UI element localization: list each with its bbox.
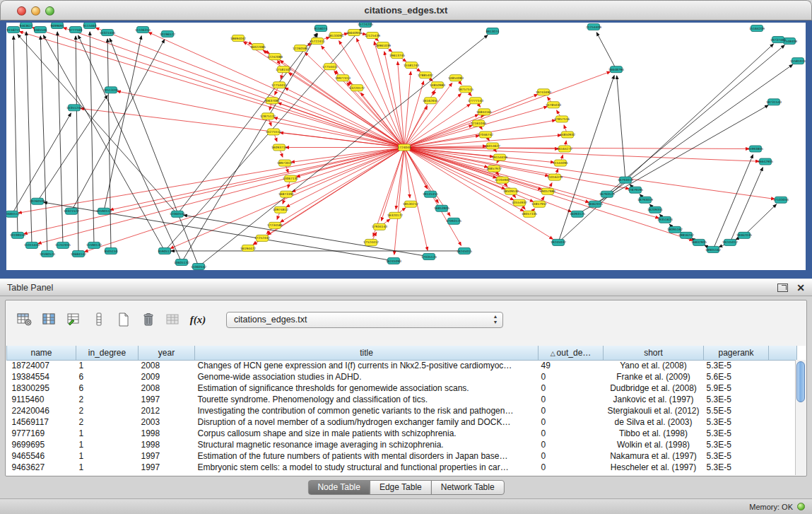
graph-node[interactable]: 18731543 — [766, 99, 782, 105]
graph-node[interactable]: 16793524 — [599, 191, 615, 197]
graph-node[interactable]: 13220172 — [349, 85, 365, 91]
graph-node[interactable]: 10590524 — [40, 250, 55, 257]
graph-node[interactable]: 17046742 — [478, 132, 493, 138]
graph-node[interactable]: 15722411 — [310, 38, 325, 45]
tab-edge-table[interactable]: Edge Table — [370, 480, 432, 495]
select-columns-button[interactable] — [40, 310, 59, 329]
column-header-year[interactable]: year — [139, 346, 195, 360]
graph-node[interactable]: 12242088 — [267, 54, 283, 60]
graph-node[interactable]: 16320172 — [387, 212, 403, 218]
graph-node[interactable]: 16832905 — [691, 239, 707, 245]
column-header-title[interactable]: title — [195, 346, 539, 360]
graph-node[interactable]: 19613745 — [389, 52, 405, 59]
close-window-button[interactable] — [17, 6, 26, 16]
graph-node[interactable]: 9463627 — [19, 23, 33, 29]
graph-node[interactable]: 18462035 — [736, 232, 752, 238]
delete-column-button[interactable] — [139, 310, 158, 329]
graph-node[interactable]: 18095162 — [667, 226, 683, 233]
graph-node[interactable]: 10590513 — [96, 208, 112, 214]
float-panel-icon[interactable] — [777, 284, 788, 292]
graph-node[interactable]: 19737483 — [770, 37, 786, 43]
graph-node[interactable]: 10351240 — [66, 105, 82, 111]
graph-node[interactable]: 12161044 — [471, 120, 486, 127]
column-header-out-degree[interactable]: △out_de… — [539, 346, 604, 360]
graph-node[interactable]: 15993805 — [748, 146, 763, 152]
graph-node[interactable]: 19245012 — [722, 239, 738, 245]
graph-node[interactable]: 17885402 — [418, 72, 433, 78]
graph-node[interactable]: 10321522 — [64, 208, 79, 214]
graph-node[interactable]: 17093125 — [446, 218, 461, 224]
graph-node[interactable]: 18133094 — [328, 33, 343, 39]
graph-node[interactable]: 10321406 — [100, 30, 115, 36]
graph-node[interactable]: 20513205 — [103, 87, 119, 93]
graph-node[interactable]: 10199554 — [10, 232, 25, 238]
function-builder-button[interactable]: f(x) — [189, 310, 207, 329]
table-row[interactable]: 1938455462009Genome-wide association stu… — [7, 371, 797, 382]
graph-node[interactable]: 18057335 — [522, 211, 537, 217]
graph-node[interactable]: 11016379 — [547, 174, 563, 180]
graph-node[interactable]: 16853905 — [434, 205, 449, 211]
row-tools-button[interactable] — [90, 310, 108, 329]
table-scrollbar[interactable] — [795, 360, 806, 475]
graph-node[interactable]: 16194472 — [240, 245, 256, 251]
graph-node[interactable]: 18793019 — [637, 197, 653, 203]
graph-node[interactable]: 15581024 — [790, 58, 806, 64]
graph-node[interactable]: 17754411 — [322, 64, 338, 70]
graph-node[interactable]: 16093715 — [271, 144, 287, 151]
graph-node[interactable]: 17524412 — [363, 239, 379, 245]
graph-node[interactable]: 17857516 — [554, 116, 570, 122]
graph-node[interactable]: 16642905 — [758, 158, 773, 165]
graph-node[interactable]: 11106354 — [135, 27, 151, 33]
graph-node[interactable]: 15581243 — [404, 62, 419, 69]
tab-node-table[interactable]: Node Table — [307, 480, 370, 495]
graph-node[interactable]: 9156074 — [314, 25, 327, 32]
graph-node[interactable]: 12204907 — [495, 177, 510, 183]
graph-node[interactable]: 20637081 — [264, 98, 280, 104]
graph-node[interactable]: 16245093 — [386, 257, 401, 264]
graph-node[interactable]: 9777169 — [69, 27, 82, 33]
table-row[interactable]: 977716911998Corpus callosum shape and si… — [7, 428, 797, 439]
graph-node[interactable]: 11242055 — [55, 242, 71, 248]
graph-node[interactable]: 14275512 — [266, 129, 281, 135]
graph-node[interactable]: 11544091 — [553, 160, 568, 166]
graph-node[interactable]: 17252442 — [254, 235, 270, 241]
column-header-short[interactable]: short — [604, 346, 704, 360]
table-row[interactable]: 969969511998Structural magnetic resonanc… — [7, 439, 797, 450]
graph-node[interactable]: 1724040 — [397, 144, 411, 151]
graph-node[interactable]: 16961039 — [375, 42, 391, 49]
graph-node[interactable]: 14854083 — [448, 75, 464, 81]
graph-node[interactable]: 11060542 — [191, 263, 206, 269]
graph-node[interactable]: 18694042 — [230, 35, 246, 42]
table-settings-button[interactable] — [16, 310, 34, 329]
graph-node[interactable]: 19351624 — [657, 216, 673, 223]
graph-node[interactable]: 15724205 — [358, 23, 373, 28]
table-row[interactable]: 911546021997Tourette syndrome. Phenomeno… — [7, 394, 797, 405]
graph-node[interactable]: 17879195 — [628, 187, 643, 193]
table-row[interactable]: 946554611997Estimation of the future num… — [7, 450, 797, 462]
graph-node[interactable]: 16022085 — [250, 44, 266, 50]
zoom-window-button[interactable] — [45, 6, 54, 16]
graph-node[interactable]: 18509532 — [503, 188, 519, 194]
graph-node[interactable]: 17934143 — [372, 223, 387, 230]
network-selector[interactable]: citations_edges.txt ▲▼ — [226, 312, 503, 328]
graph-node[interactable]: 16164272 — [557, 146, 572, 152]
new-column-button[interactable] — [114, 310, 133, 329]
table-row[interactable]: 2242004622012Investigating the contribut… — [7, 405, 797, 416]
graph-node[interactable]: 17777143 — [468, 98, 483, 104]
graph-node[interactable]: 12260584 — [293, 45, 308, 52]
graph-node[interactable]: 18530212 — [403, 201, 418, 207]
minimize-window-button[interactable] — [31, 6, 40, 16]
graph-node[interactable]: 10974812 — [273, 206, 288, 213]
graph-node[interactable]: 10196522 — [160, 31, 175, 37]
graph-node[interactable]: 16857977 — [486, 165, 502, 172]
window-titlebar[interactable]: citations_edges.txt — [0, 0, 812, 21]
table-scrollbar-thumb[interactable] — [796, 361, 805, 402]
graph-node[interactable]: 14785033 — [546, 102, 561, 108]
close-panel-icon[interactable]: ✕ — [796, 283, 805, 293]
graph-node[interactable]: 17234581 — [267, 222, 283, 228]
graph-node[interactable]: 14850983 — [430, 82, 445, 88]
graph-node[interactable]: 18462015 — [587, 201, 603, 207]
graph-node[interactable]: 11015443 — [24, 242, 40, 248]
graph-node[interactable]: 17103054 — [773, 197, 789, 203]
graph-node[interactable]: 12875122 — [260, 113, 276, 119]
